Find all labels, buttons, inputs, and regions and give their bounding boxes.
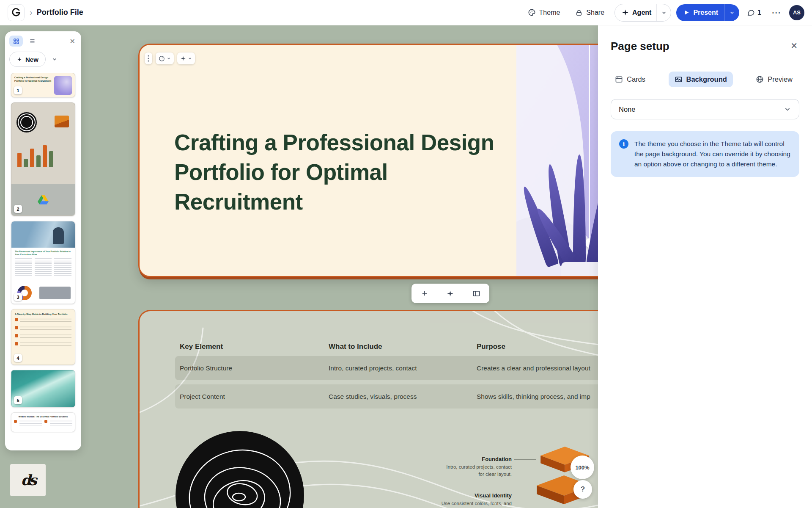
chevron-down-icon	[729, 10, 735, 16]
list-item-placeholder	[15, 318, 71, 323]
background-select-value: None	[619, 105, 635, 113]
drive-logo-icon	[38, 195, 49, 204]
card-thumbnail-5[interactable]: 5	[11, 370, 75, 407]
document-title[interactable]: Portfolio File	[37, 8, 83, 17]
table-cell: Portfolio Structure	[180, 364, 329, 372]
share-button[interactable]: Share	[570, 6, 609, 20]
person-figure	[53, 227, 64, 244]
close-card-list-button[interactable]: ✕	[68, 36, 77, 46]
brand-logo: ds	[10, 464, 46, 496]
card-color-button[interactable]	[156, 52, 174, 64]
more-options-button[interactable]: ⋯	[769, 6, 784, 20]
gamma-logo[interactable]	[8, 4, 25, 21]
list-item-placeholder	[15, 334, 71, 339]
sparkle-icon	[180, 55, 186, 61]
page-setup-tabs: Cards Background Preview	[611, 72, 799, 87]
agent-button-group: Agent	[614, 4, 671, 22]
list-view-icon	[29, 38, 36, 44]
comments-button[interactable]: 1	[744, 6, 764, 19]
background-select[interactable]: None	[611, 99, 799, 119]
thumbnail-title: A Step-by-Step Guide to Building Your Po…	[15, 313, 71, 315]
diagram-label: Foundation Intro, curated projects, cont…	[402, 456, 512, 478]
image-icon	[675, 75, 683, 83]
grid-view-toggle[interactable]	[9, 36, 23, 47]
new-card-dropdown-button[interactable]	[48, 53, 61, 66]
app-window: › Portfolio File Theme Share	[0, 0, 812, 508]
add-card-button[interactable]	[411, 284, 437, 303]
chevron-down-icon	[188, 56, 192, 61]
drag-handle[interactable]	[145, 52, 152, 64]
chevron-down-icon	[661, 10, 667, 16]
comment-count: 1	[757, 9, 761, 17]
orange-cube-graphic	[55, 116, 69, 127]
layout-icon	[472, 290, 480, 298]
zoom-level-button[interactable]: 100%	[571, 456, 594, 479]
gamma-logo-icon	[11, 8, 21, 17]
slide-title[interactable]: Crafting a Professional Design Portfolio…	[174, 128, 517, 217]
drag-dots-icon	[148, 55, 149, 62]
new-card-button[interactable]: New	[9, 52, 46, 67]
list-item-placeholder	[15, 342, 71, 347]
ai-generate-button[interactable]	[437, 284, 463, 303]
card-thumbnail-2[interactable]: 2	[11, 102, 75, 216]
agent-button[interactable]: Agent	[615, 4, 656, 21]
chevron-down-icon	[167, 56, 171, 61]
theme-button[interactable]: Theme	[523, 5, 565, 20]
diagram-label: Visual Identity Use consistent colors, f…	[402, 492, 512, 508]
palette-icon	[528, 8, 536, 17]
card-number-badge: 1	[14, 86, 22, 94]
close-panel-button[interactable]: ✕	[789, 40, 799, 52]
avatar[interactable]: AS	[789, 5, 804, 20]
table-cell: Project Content	[180, 393, 329, 400]
diagram-label-desc: Intro, curated projects, contact for cle…	[440, 464, 512, 478]
present-dropdown-button[interactable]	[724, 4, 739, 21]
table-cell: Intro, curated projects, contact	[329, 364, 477, 372]
card-list-panel: ✕ New Crafting a Professional Design Por…	[5, 31, 81, 450]
table-cell: Case studies, visuals, process	[329, 393, 477, 400]
tab-label: Preview	[768, 75, 793, 83]
card-number-badge: 5	[14, 396, 22, 404]
theme-info-callout: i The theme you choose in the Theme tab …	[611, 131, 799, 177]
card-ai-button[interactable]	[177, 52, 195, 64]
present-label: Present	[693, 9, 718, 17]
new-card-row: New	[9, 52, 77, 67]
present-button[interactable]: Present	[676, 4, 724, 21]
plus-icon	[421, 290, 428, 297]
card-hover-toolbar	[145, 52, 195, 64]
card-number-badge: 3	[14, 293, 22, 301]
thumbnail-title: The Paramount Importance of Your Portfol…	[15, 250, 71, 256]
thumbnail-image	[54, 76, 72, 95]
tab-cards[interactable]: Cards	[611, 72, 650, 87]
thumbnail-image-block	[39, 287, 71, 299]
globe-icon	[756, 75, 764, 83]
panel-title: Page setup	[611, 40, 669, 53]
tab-background[interactable]: Background	[669, 72, 733, 87]
tab-preview[interactable]: Preview	[752, 72, 797, 87]
grid-view-icon	[13, 38, 19, 44]
card-thumbnail-3[interactable]: The Paramount Importance of Your Portfol…	[11, 221, 75, 304]
theme-label: Theme	[539, 9, 560, 17]
info-text: The theme you choose in the Theme tab wi…	[634, 139, 791, 169]
thumbnail-title: What to Include: The Essential Portfolio…	[14, 415, 72, 418]
agent-dropdown-button[interactable]	[656, 4, 671, 21]
list-view-toggle[interactable]	[25, 36, 39, 47]
help-button[interactable]: ?	[573, 480, 592, 499]
card-thumbnail-list: Crafting a Professional Design Portfolio…	[9, 73, 77, 446]
diagram-label-title: Visual Identity	[402, 492, 512, 499]
play-icon	[684, 10, 689, 15]
info-icon: i	[619, 139, 628, 149]
stacked-layers-graphic	[529, 444, 601, 508]
present-button-group: Present	[676, 4, 739, 21]
text-placeholder-columns	[15, 258, 71, 276]
topographic-circle-graphic	[176, 431, 304, 508]
card-template-button[interactable]	[464, 284, 489, 303]
swirl-circle-graphic	[16, 112, 37, 133]
card-thumbnail-4[interactable]: A Step-by-Step Guide to Building Your Po…	[11, 309, 75, 365]
card-list-header: ✕	[9, 36, 77, 47]
card-thumbnail-6[interactable]: What to Include: The Essential Portfolio…	[11, 412, 75, 432]
bar-chart-graphic	[17, 144, 53, 167]
chevron-down-icon	[52, 56, 58, 62]
breadcrumb-chevron-icon: ›	[30, 8, 33, 17]
card-number-badge: 4	[14, 354, 22, 362]
card-thumbnail-1[interactable]: Crafting a Professional Design Portfolio…	[11, 73, 75, 97]
